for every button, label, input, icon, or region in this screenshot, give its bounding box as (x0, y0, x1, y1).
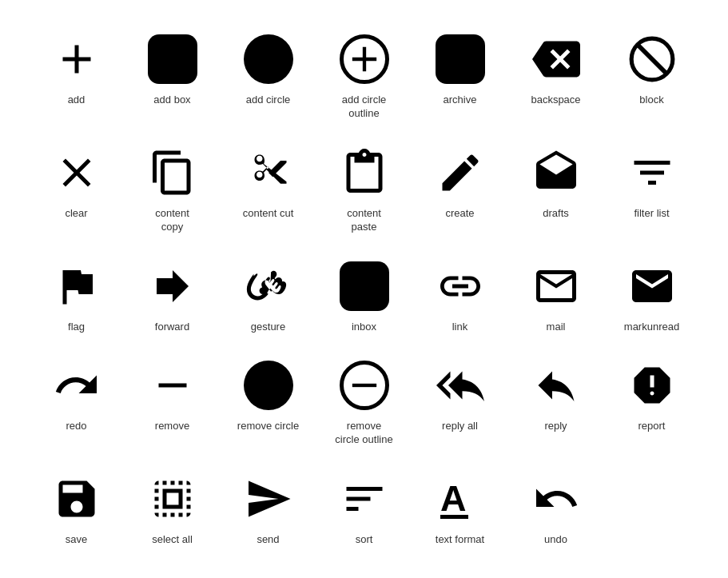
forward-icon (145, 258, 201, 314)
add-label: add (68, 94, 86, 107)
icon-cell-content-paste: contentpaste (316, 137, 412, 242)
remove-circle-icon (241, 357, 296, 413)
icon-cell-filter-list: filter list (604, 137, 700, 242)
icon-cell-reply: reply (508, 349, 604, 455)
icon-cell-sort: sort (316, 463, 412, 555)
undo-label: undo (544, 533, 567, 547)
inbox-label: inbox (352, 321, 376, 334)
backspace-label: backspace (531, 94, 580, 107)
flag-icon (49, 258, 105, 314)
icon-cell-gesture: gesture (221, 250, 316, 342)
link-label: link (452, 321, 468, 334)
inbox-icon (336, 258, 392, 314)
icon-cell-content-cut: content cut (221, 137, 316, 242)
report-label: report (638, 420, 666, 433)
icon-cell-inbox: inbox (316, 250, 412, 342)
gesture-label: gesture (251, 321, 285, 334)
backspace-icon (528, 31, 584, 87)
redo-icon (49, 357, 105, 413)
add-circle-outline-label: add circleoutline (342, 94, 387, 121)
icon-cell-add-circle-outline: add circleoutline (316, 23, 412, 129)
icon-cell-redo: redo (29, 349, 125, 455)
icon-cell-block: block (604, 23, 700, 129)
icon-cell-archive: archive (412, 23, 508, 129)
remove-icon (145, 357, 201, 413)
icon-cell-text-format: A text format (412, 463, 508, 555)
create-label: create (445, 207, 474, 221)
save-icon (49, 471, 105, 527)
block-icon (624, 31, 680, 87)
icon-cell-forward: forward (125, 250, 221, 342)
add-box-icon (145, 31, 201, 87)
select-all-icon (145, 471, 201, 527)
svg-text:A: A (440, 478, 467, 519)
content-paste-label: contentpaste (347, 207, 381, 234)
icon-cell-remove: remove (125, 349, 221, 455)
reply-all-label: reply all (442, 420, 478, 433)
gesture-icon (241, 258, 296, 314)
reply-label: reply (544, 420, 567, 433)
icon-cell-add-box: add box (125, 23, 221, 129)
drafts-icon (528, 145, 584, 201)
icon-cell-select-all: select all (125, 463, 221, 555)
filter-list-label: filter list (634, 207, 669, 221)
reply-icon (528, 357, 584, 413)
content-cut-icon (241, 145, 296, 201)
flag-label: flag (68, 321, 85, 334)
send-label: send (257, 533, 279, 547)
icon-cell-undo: undo (508, 463, 604, 555)
icon-cell-reply-all: reply all (412, 349, 508, 455)
link-icon (432, 258, 488, 314)
forward-label: forward (155, 321, 189, 334)
add-circle-outline-icon (336, 31, 392, 87)
icon-cell-create: create (412, 137, 508, 242)
content-cut-label: content cut (243, 207, 294, 221)
drafts-label: drafts (543, 207, 569, 221)
add-box-label: add box (153, 94, 190, 107)
content-copy-icon (145, 145, 201, 201)
send-icon (241, 471, 296, 527)
icon-cell-add-circle: add circle (221, 23, 316, 129)
archive-icon (432, 31, 488, 87)
undo-icon (528, 471, 584, 527)
icon-cell-flag: flag (29, 250, 125, 342)
icon-cell-markunread: markunread (604, 250, 700, 342)
remove-circle-outline-icon (336, 357, 392, 413)
mail-icon (528, 258, 584, 314)
icon-cell-link: link (412, 250, 508, 342)
markunread-icon (624, 258, 680, 314)
remove-label: remove (155, 420, 189, 433)
sort-label: sort (356, 533, 373, 547)
report-icon (624, 357, 680, 413)
content-paste-icon (336, 145, 392, 201)
icon-cell-clear: clear (29, 137, 125, 242)
svg-line-1 (637, 45, 666, 74)
icon-grid: add add box add circle add circleoutline (5, 7, 724, 571)
icon-cell-mail: mail (508, 250, 604, 342)
icon-cell-remove-circle-outline: removecircle outline (316, 349, 412, 455)
remove-circle-label: remove circle (237, 420, 299, 433)
icon-cell-drafts: drafts (508, 137, 604, 242)
select-all-label: select all (152, 533, 193, 547)
icon-cell-backspace: backspace (508, 23, 604, 129)
icon-cell-save: save (29, 463, 125, 555)
remove-circle-outline-label: removecircle outline (335, 420, 392, 447)
archive-label: archive (444, 94, 477, 107)
clear-label: clear (65, 207, 87, 221)
text-format-label: text format (436, 533, 484, 547)
add-circle-label: add circle (246, 94, 291, 107)
sort-icon (336, 471, 392, 527)
clear-icon (49, 145, 105, 201)
add-circle-icon (241, 31, 296, 87)
markunread-label: markunread (624, 321, 679, 334)
block-label: block (639, 94, 663, 107)
icon-cell-add: add (29, 23, 125, 129)
redo-label: redo (66, 420, 86, 433)
save-label: save (66, 533, 87, 547)
content-copy-label: contentcopy (155, 207, 189, 234)
icon-cell-send: send (221, 463, 316, 555)
mail-label: mail (547, 321, 566, 334)
text-format-icon: A (432, 471, 488, 527)
icon-cell-content-copy: contentcopy (125, 137, 221, 242)
filter-list-icon (624, 145, 680, 201)
